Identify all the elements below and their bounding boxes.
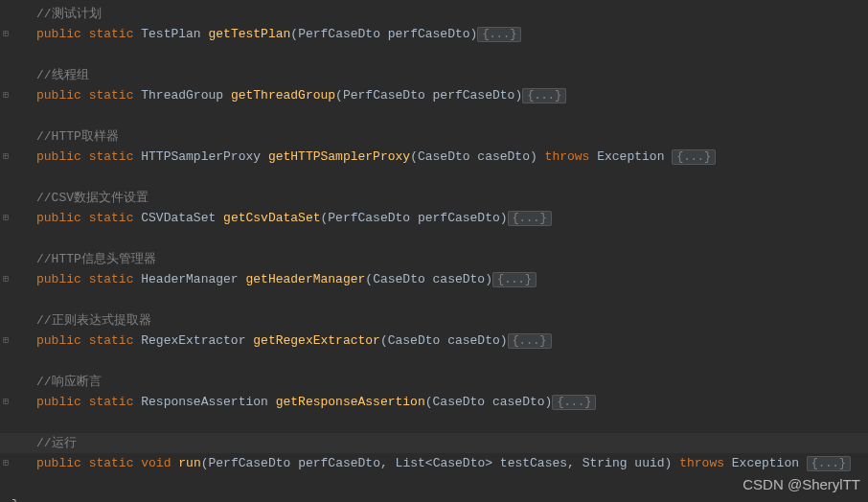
folded-block[interactable]: {...}	[492, 272, 537, 287]
comment-text: //线程组	[36, 68, 89, 82]
method-name: getHTTPSamplerProxy	[268, 149, 410, 164]
fold-icon[interactable]: ⊞	[0, 331, 11, 351]
keyword: throws	[679, 456, 724, 470]
fold-icon[interactable]: ⊞	[0, 85, 11, 105]
folded-block[interactable]: {...}	[508, 211, 552, 226]
comment-text: //HTTP取样器	[36, 129, 119, 144]
keyword: static	[89, 395, 134, 409]
fold-icon[interactable]: ⊞	[0, 147, 11, 167]
param-type: CaseDto	[433, 395, 486, 409]
comment-text: //响应断言	[36, 375, 102, 389]
keyword: static	[89, 272, 134, 286]
keyword: public	[36, 211, 81, 225]
code-line: ⊞ public static HTTPSamplerProxy getHTTP…	[0, 147, 868, 168]
fold-icon[interactable]: ⊞	[0, 24, 11, 44]
code-line: ⊞ public static CSVDataSet getCsvDataSet…	[0, 208, 868, 229]
param-type: List	[396, 456, 425, 470]
code-line: //测试计划	[0, 4, 868, 24]
keyword: static	[89, 333, 134, 348]
param-name: perfCaseDto	[388, 27, 470, 41]
param-name: perfCaseDto	[433, 88, 515, 103]
blank-line	[0, 106, 868, 126]
return-type: void	[141, 456, 171, 470]
code-line: //响应断言	[0, 372, 868, 392]
code-line: ⊞ public static RegexExtractor getRegexE…	[0, 331, 868, 352]
close-brace: }	[11, 497, 19, 502]
return-type: HTTPSamplerProxy	[141, 149, 261, 164]
blank-line	[0, 413, 868, 433]
generic-type: CaseDto	[433, 456, 486, 470]
blank-line	[0, 168, 868, 188]
code-line: ⊞ public static ResponseAssertion getRes…	[0, 392, 868, 413]
blank-line	[0, 45, 868, 65]
folded-block[interactable]: {...}	[807, 456, 851, 471]
param-name: testCases	[500, 456, 567, 470]
param-type: CaseDto	[418, 149, 470, 164]
code-line: ⊞ public static void run(PerfCaseDto per…	[0, 453, 868, 474]
method-name: getThreadGroup	[231, 88, 335, 103]
keyword: throws	[545, 149, 590, 164]
method-name: getHeaderManager	[245, 272, 365, 286]
param-type: PerfCaseDto	[328, 211, 410, 225]
blank-line	[0, 290, 868, 310]
method-name: getCsvDataSet	[223, 211, 320, 225]
param-name: perfCaseDto	[418, 211, 500, 225]
blank-line	[0, 352, 868, 372]
return-type: HeaderManager	[141, 272, 238, 286]
code-line: ⊞ public static HeaderManager getHeaderM…	[0, 269, 868, 290]
keyword: static	[89, 27, 134, 41]
code-line: //HTTP信息头管理器	[0, 249, 868, 269]
keyword: public	[36, 27, 81, 41]
fold-icon[interactable]: ⊞	[0, 208, 11, 228]
return-type: RegexExtractor	[141, 333, 245, 348]
folded-block[interactable]: {...}	[672, 149, 716, 165]
exception-type: Exception	[732, 456, 799, 470]
param-name: caseDto	[477, 149, 530, 164]
folded-block[interactable]: {...}	[522, 88, 566, 103]
keyword: public	[36, 456, 81, 470]
folded-block[interactable]: {...}	[508, 333, 552, 349]
param-name: caseDto	[492, 395, 545, 409]
blank-line	[0, 229, 868, 249]
keyword: static	[89, 149, 134, 164]
keyword: public	[36, 272, 81, 286]
fold-icon[interactable]: ⊞	[0, 453, 11, 473]
blank-line	[0, 474, 868, 494]
code-line: //HTTP取样器	[0, 126, 868, 147]
fold-icon[interactable]: ⊞	[0, 392, 11, 412]
param-name: caseDto	[433, 272, 486, 286]
param-name: uuid	[634, 456, 664, 470]
comment-text: //正则表达式提取器	[36, 313, 151, 328]
return-type: CSVDataSet	[141, 211, 216, 225]
keyword: public	[36, 149, 81, 164]
method-name: getRegexExtractor	[253, 333, 380, 348]
comment-text: //HTTP信息头管理器	[36, 252, 156, 266]
folded-block[interactable]: {...}	[552, 395, 596, 410]
code-line: ⊞ public static ThreadGroup getThreadGro…	[0, 85, 868, 106]
code-line: //CSV数据文件设置	[0, 188, 868, 208]
code-line: //线程组	[0, 65, 868, 85]
keyword: public	[36, 395, 81, 409]
param-type: PerfCaseDto	[298, 27, 380, 41]
code-line-highlighted: //运行	[0, 433, 868, 453]
param-type: PerfCaseDto	[343, 88, 425, 103]
code-line: ⊞ public static TestPlan getTestPlan(Per…	[0, 24, 868, 45]
return-type: ResponseAssertion	[141, 395, 268, 409]
param-name: caseDto	[447, 333, 500, 348]
folded-block[interactable]: {...}	[477, 27, 521, 42]
keyword: public	[36, 333, 81, 348]
method-name: getResponseAssertion	[276, 395, 425, 409]
keyword: static	[89, 456, 134, 470]
return-type: ThreadGroup	[141, 88, 223, 103]
return-type: TestPlan	[141, 27, 200, 41]
code-line: //正则表达式提取器	[0, 310, 868, 331]
comment-text: //运行	[36, 436, 77, 450]
method-name: getTestPlan	[208, 27, 290, 41]
keyword: static	[89, 88, 134, 103]
fold-icon[interactable]: ⊞	[0, 269, 11, 289]
param-type: CaseDto	[388, 333, 441, 348]
comment-text: //测试计划	[36, 7, 102, 21]
param-type: String	[582, 456, 628, 470]
code-editor[interactable]: //测试计划 ⊞ public static TestPlan getTestP…	[0, 0, 868, 502]
code-line: }	[0, 494, 868, 502]
